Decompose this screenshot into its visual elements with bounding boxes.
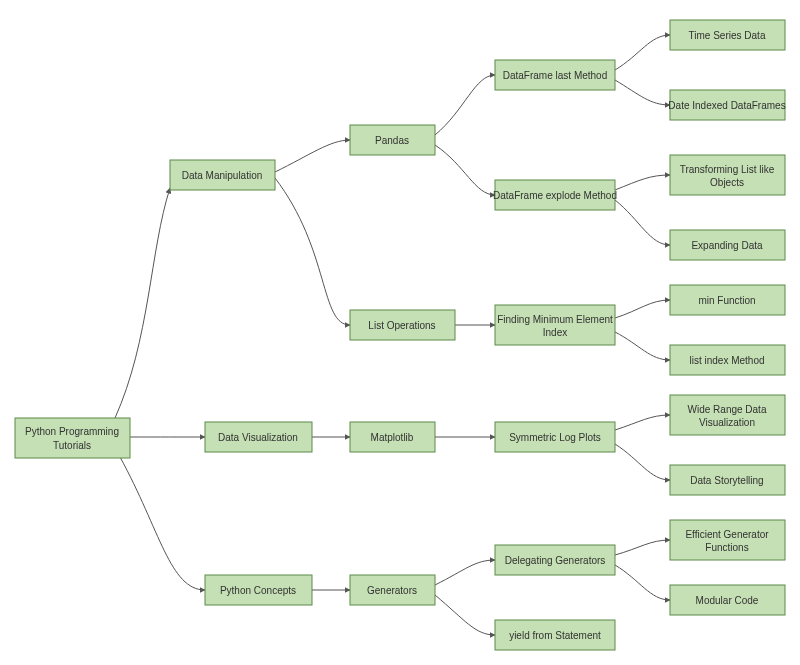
node-data-manipulation-label: Data Manipulation [182, 170, 263, 181]
node-date-indexed: Date Indexed DataFrames [668, 90, 785, 120]
node-time-series-label: Time Series Data [689, 30, 766, 41]
node-time-series: Time Series Data [670, 20, 785, 50]
node-find-min-index-label-1: Finding Minimum Element [497, 314, 613, 325]
edge-datamanip-pandas [275, 140, 350, 172]
node-data-storytelling-label: Data Storytelling [690, 475, 763, 486]
svg-rect-20 [670, 395, 785, 435]
edge-symlog-widerange [615, 415, 670, 430]
diagram-canvas: Python Programming Tutorials Data Manipu… [0, 0, 800, 665]
node-find-min-index: Finding Minimum Element Index [495, 305, 615, 345]
node-pandas: Pandas [350, 125, 435, 155]
node-delegating-generators-label: Delegating Generators [505, 555, 606, 566]
node-expanding-data: Expanding Data [670, 230, 785, 260]
node-matplotlib: Matplotlib [350, 422, 435, 452]
edge-dflast-timeseries [615, 35, 670, 70]
node-sym-log-label: Symmetric Log Plots [509, 432, 601, 443]
node-min-func-label: min Function [698, 295, 755, 306]
node-list-index: list index Method [670, 345, 785, 375]
node-find-min-index-label-2: Index [543, 327, 567, 338]
node-root: Python Programming Tutorials [15, 418, 130, 458]
node-modular-code-label: Modular Code [696, 595, 759, 606]
svg-rect-10 [495, 305, 615, 345]
edge-findmin-minfunc [615, 300, 670, 318]
node-delegating-generators: Delegating Generators [495, 545, 615, 575]
node-yield-from-label: yield from Statement [509, 630, 601, 641]
edge-symlog-datastory [615, 444, 670, 480]
edge-dfexplode-transform [615, 175, 670, 190]
nodes: Python Programming Tutorials Data Manipu… [15, 20, 786, 650]
edge-root-datamanip [115, 188, 170, 418]
node-date-indexed-label: Date Indexed DataFrames [668, 100, 785, 111]
node-transform-list: Transforming List like Objects [670, 155, 785, 195]
node-matplotlib-label: Matplotlib [371, 432, 414, 443]
svg-rect-16 [670, 155, 785, 195]
node-df-last: DataFrame last Method [495, 60, 615, 90]
node-yield-from: yield from Statement [495, 620, 615, 650]
edge-pandas-dfexplode [435, 145, 495, 195]
node-root-label-1: Python Programming [25, 426, 119, 437]
node-wide-range-label-2: Visualization [699, 417, 755, 428]
node-data-storytelling: Data Storytelling [670, 465, 785, 495]
node-wide-range-label-1: Wide Range Data [688, 404, 767, 415]
node-wide-range: Wide Range Data Visualization [670, 395, 785, 435]
edge-dfexplode-expand [615, 200, 670, 245]
node-list-operations: List Operations [350, 310, 455, 340]
node-root-label-2: Tutorials [53, 440, 91, 451]
edge-deleg-modcode [615, 565, 670, 600]
svg-rect-22 [670, 520, 785, 560]
edge-pandas-dflast [435, 75, 495, 135]
node-python-concepts: Python Concepts [205, 575, 312, 605]
edge-datamanip-listops [275, 178, 350, 325]
edge-root-pyconcepts [120, 457, 205, 590]
node-data-visualization-label: Data Visualization [218, 432, 298, 443]
node-python-concepts-label: Python Concepts [220, 585, 296, 596]
node-expanding-data-label: Expanding Data [691, 240, 763, 251]
node-transform-list-label-2: Objects [710, 177, 744, 188]
edge-findmin-listidx [615, 332, 670, 360]
node-efficient-gen-label-1: Efficient Generator [685, 529, 769, 540]
node-sym-log: Symmetric Log Plots [495, 422, 615, 452]
edge-generators-deleg [435, 560, 495, 585]
node-data-visualization: Data Visualization [205, 422, 312, 452]
node-generators: Generators [350, 575, 435, 605]
edge-dflast-dateidx [615, 80, 670, 105]
node-list-operations-label: List Operations [368, 320, 435, 331]
node-df-explode: DataFrame explode Method [493, 180, 617, 210]
node-pandas-label: Pandas [375, 135, 409, 146]
node-transform-list-label-1: Transforming List like [680, 164, 775, 175]
svg-rect-0 [15, 418, 130, 458]
node-df-explode-label: DataFrame explode Method [493, 190, 617, 201]
node-efficient-gen: Efficient Generator Functions [670, 520, 785, 560]
node-efficient-gen-label-2: Functions [705, 542, 748, 553]
node-data-manipulation: Data Manipulation [170, 160, 275, 190]
node-list-index-label: list index Method [689, 355, 764, 366]
node-df-last-label: DataFrame last Method [503, 70, 608, 81]
edge-generators-yield [435, 595, 495, 635]
node-generators-label: Generators [367, 585, 417, 596]
node-modular-code: Modular Code [670, 585, 785, 615]
node-min-func: min Function [670, 285, 785, 315]
edge-deleg-effgen [615, 540, 670, 555]
